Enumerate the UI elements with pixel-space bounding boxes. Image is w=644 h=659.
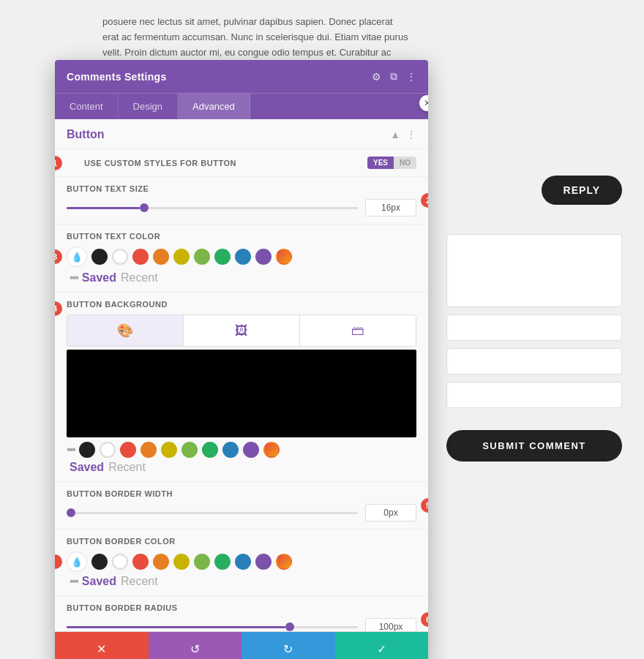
swatch-red-2[interactable] <box>120 442 136 458</box>
saved-tab-3[interactable]: Saved <box>82 575 116 588</box>
tab-content[interactable]: Content <box>55 94 119 119</box>
custom-styles-label: Use Custom Styles For Button <box>84 159 236 167</box>
swatch-purple-2[interactable] <box>243 442 259 458</box>
border-radius-slider-row: 6 <box>67 618 416 631</box>
reply-button[interactable]: REPLY <box>542 176 622 205</box>
swatch-green-3[interactable] <box>194 554 210 570</box>
collapse-icon[interactable]: ▲ <box>390 129 400 140</box>
bg-color-option[interactable]: 🎨 <box>67 315 184 346</box>
swatch-red-3[interactable] <box>132 554 149 570</box>
more-colors-3[interactable]: ••• <box>70 575 78 588</box>
swatch-orange-2[interactable] <box>141 442 157 458</box>
badge-5: 5 <box>421 498 428 513</box>
text-color-field: Button Text Color 3 💧 ••• <box>55 225 428 293</box>
yes-no-toggle[interactable]: YES NO <box>367 157 416 169</box>
text-size-field: Button Text Size 2 <box>55 177 428 225</box>
swatch-yellow-1[interactable] <box>173 249 190 265</box>
border-width-track[interactable] <box>67 512 358 514</box>
swatch-orange-1[interactable] <box>153 249 169 265</box>
swatch-green-2[interactable] <box>181 442 198 458</box>
saved-tab-2[interactable]: Saved <box>70 461 104 474</box>
recent-tab-1[interactable]: Recent <box>121 271 158 285</box>
swatch-blue-2[interactable] <box>222 442 239 458</box>
swatch-yellow-2[interactable] <box>161 442 177 458</box>
panel-close-button[interactable]: ✕ <box>419 95 428 111</box>
swatch-blue-1[interactable] <box>235 249 251 265</box>
eyedropper-button-2[interactable]: 💧 <box>67 551 87 572</box>
tabs-bar: Content Design Advanced ✕ <box>55 93 428 119</box>
badge-1: 1 <box>55 156 62 170</box>
swatch-white-2[interactable] <box>100 442 116 458</box>
text-color-swatches: 3 💧 <box>67 246 416 267</box>
border-color-field: Button Border Color 💧 ••• Saved Recent <box>55 530 428 596</box>
swatch-teal-2[interactable] <box>202 442 218 458</box>
save-button[interactable]: ✓ <box>335 632 429 659</box>
swatch-gradient-2[interactable] <box>263 442 280 458</box>
border-radius-track[interactable] <box>67 626 358 628</box>
recent-tab-3[interactable]: Recent <box>121 575 158 588</box>
badge-4: 4 <box>55 301 62 316</box>
settings-icon[interactable]: ⚙ <box>372 71 381 83</box>
color-preview-box <box>67 350 416 437</box>
panel-header: Comments Settings ⚙ ⧉ ⋮ <box>55 60 428 93</box>
swatch-teal-3[interactable] <box>214 554 231 570</box>
swatch-purple-3[interactable] <box>255 554 272 570</box>
border-radius-field: Button Border Radius 6 <box>55 596 428 631</box>
right-panel: REPLY SUBMIT COMMENT <box>446 176 622 462</box>
toggle-no-label[interactable]: NO <box>394 157 416 169</box>
swatch-red-1[interactable] <box>132 249 149 265</box>
toggle-yes-label[interactable]: YES <box>367 157 394 169</box>
panel-body: Button ▲ ⋮ 1 Use Custom Styles For Butto… <box>55 119 428 631</box>
text-size-fill <box>67 207 140 209</box>
more-colors-2[interactable]: ••• <box>67 443 75 456</box>
badge-2: 2 <box>421 193 428 208</box>
badge-3b <box>55 554 62 569</box>
border-width-slider-row: 5 <box>67 504 416 521</box>
text-color-picker: 3 💧 ••• Saved Recent <box>67 246 416 285</box>
swatch-black-1[interactable] <box>91 249 108 265</box>
swatch-green-1[interactable] <box>194 249 210 265</box>
border-width-input[interactable] <box>365 504 416 521</box>
swatch-teal-1[interactable] <box>214 249 231 265</box>
eyedropper-button-1[interactable]: 💧 <box>67 246 87 267</box>
text-size-input[interactable] <box>365 199 416 216</box>
swatch-black-2[interactable] <box>79 442 95 458</box>
border-radius-input[interactable] <box>365 618 416 631</box>
more-colors-1[interactable]: ••• <box>70 271 78 285</box>
swatch-orange-3[interactable] <box>153 554 169 570</box>
saved-tab-1[interactable]: Saved <box>82 271 116 285</box>
swatch-white-3[interactable] <box>112 554 128 570</box>
panel-footer: ✕ ↺ ↻ ✓ <box>55 631 428 659</box>
header-icons: ⚙ ⧉ ⋮ <box>372 70 416 83</box>
border-width-thumb <box>67 508 75 517</box>
text-size-label: Button Text Size <box>67 184 416 193</box>
swatch-yellow-3[interactable] <box>173 554 190 570</box>
tab-design[interactable]: Design <box>119 94 178 119</box>
undo-button[interactable]: ↺ <box>149 632 242 659</box>
email-input[interactable] <box>446 348 622 374</box>
swatch-white-1[interactable] <box>112 249 128 265</box>
settings-panel: Comments Settings ⚙ ⧉ ⋮ Content Design A… <box>55 60 428 659</box>
swatch-purple-1[interactable] <box>255 249 272 265</box>
bg-image-option[interactable]: 🗃 <box>300 315 416 346</box>
bg-label: Button Background <box>67 300 416 309</box>
text-size-track[interactable] <box>67 207 358 209</box>
more-icon[interactable]: ⋮ <box>406 71 416 83</box>
submit-comment-button[interactable]: SUBMIT COMMENT <box>446 430 622 462</box>
badge-6: 6 <box>421 612 428 627</box>
tab-advanced[interactable]: Advanced <box>178 94 250 119</box>
cancel-button[interactable]: ✕ <box>55 632 149 659</box>
website-input[interactable] <box>446 382 622 408</box>
recent-tab-2[interactable]: Recent <box>108 461 146 474</box>
swatch-gradient-3[interactable] <box>276 554 292 570</box>
swatch-gradient-1[interactable] <box>276 249 292 265</box>
section-more-icon[interactable]: ⋮ <box>406 129 416 140</box>
comment-textarea[interactable] <box>446 234 622 307</box>
copy-icon[interactable]: ⧉ <box>390 70 397 83</box>
panel-title: Comments Settings <box>67 71 167 83</box>
bg-gradient-option[interactable]: 🖼 <box>184 315 300 346</box>
swatch-black-3[interactable] <box>91 554 108 570</box>
swatch-blue-3[interactable] <box>235 554 251 570</box>
redo-button[interactable]: ↻ <box>242 632 335 659</box>
name-input[interactable] <box>446 315 622 341</box>
